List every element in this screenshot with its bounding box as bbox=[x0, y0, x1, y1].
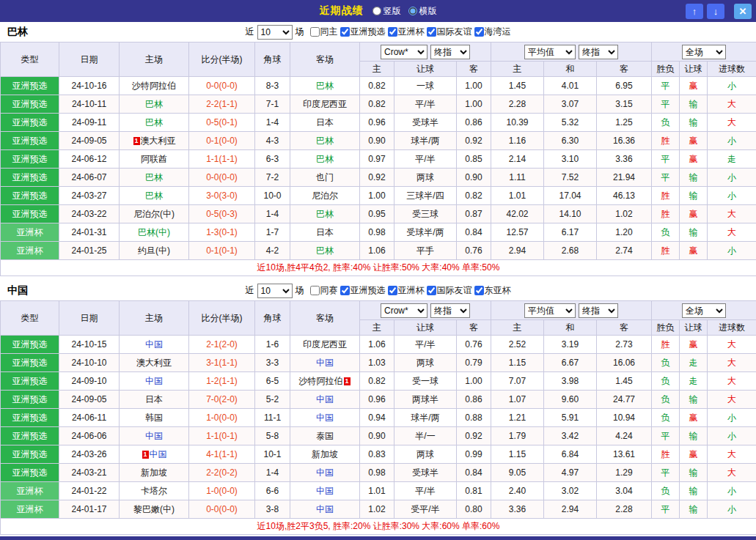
away-team-cell: 巴林 bbox=[290, 132, 360, 150]
avg-draw-odds-cell: 17.04 bbox=[544, 187, 597, 205]
avg-draw-odds-cell: 3.02 bbox=[544, 482, 597, 500]
move-up-button[interactable]: ↑ bbox=[686, 4, 703, 19]
goals-cell: 大 bbox=[708, 391, 756, 409]
team-label: 新加坡 bbox=[141, 467, 167, 478]
away-team-cell: 中国 bbox=[290, 500, 360, 519]
handicap-away-odds-cell: 1.00 bbox=[457, 372, 491, 391]
filter-checkbox[interactable]: 同赛 bbox=[310, 284, 338, 297]
layout-option-vertical[interactable]: 竖版 bbox=[373, 5, 401, 18]
avg-home-odds-cell: 2.40 bbox=[491, 482, 544, 500]
checkbox-国际友谊[interactable] bbox=[427, 27, 436, 37]
avg-away-odds-cell: 10.94 bbox=[597, 409, 652, 427]
score-cell: 0-5(0-3) bbox=[189, 205, 255, 223]
handicap-line-cell: 球半/两 bbox=[394, 132, 457, 150]
recent-count-select[interactable]: 10 bbox=[257, 284, 293, 298]
handicap-away-odds-cell: 0.76 bbox=[457, 336, 491, 354]
filter-checkbox[interactable]: 亚洲杯 bbox=[388, 284, 425, 297]
section-header: 中国 近 10 场 同赛亚洲预选亚洲杯国际友谊东亚杯 bbox=[0, 281, 756, 300]
move-down-button[interactable]: ↓ bbox=[707, 4, 724, 19]
team-label: 中国 bbox=[316, 394, 334, 404]
team-label: 沙特阿拉伯 bbox=[299, 376, 343, 386]
team-label: 中国 bbox=[316, 358, 334, 368]
avg-home-odds-cell: 1.11 bbox=[491, 169, 544, 187]
avg-home-odds-cell: 42.02 bbox=[491, 205, 544, 223]
avg-home-odds-cell: 9.05 bbox=[491, 464, 544, 482]
result-cell: 平 bbox=[652, 77, 680, 95]
home-team-cell: 1中国 bbox=[120, 445, 189, 464]
avg-source-select[interactable]: 平均值 bbox=[524, 45, 576, 59]
red-card-badge: 1 bbox=[344, 377, 351, 385]
checkbox-东亚杯[interactable] bbox=[474, 286, 484, 295]
subcol-avg-home: 主 bbox=[491, 320, 544, 336]
date-cell: 24-06-07 bbox=[59, 169, 120, 187]
odds-source-select[interactable]: Crow* bbox=[381, 303, 427, 318]
checkbox-亚洲预选[interactable] bbox=[340, 286, 350, 295]
corner-cell: 3-3 bbox=[255, 354, 290, 372]
avg-home-odds-cell: 1.21 bbox=[491, 409, 544, 427]
window-controls: ↑ ↓ ✕ bbox=[686, 4, 752, 19]
avg-home-odds-cell: 3.36 bbox=[491, 500, 544, 519]
filter-checkbox[interactable]: 亚洲预选 bbox=[340, 284, 386, 297]
team-label: 巴林 bbox=[145, 172, 163, 182]
handicap-result-cell: 输 bbox=[680, 114, 708, 132]
handicap-home-odds-cell: 1.01 bbox=[360, 482, 394, 500]
match-row: 亚洲预选24-10-11巴林2-2(1-1)7-1印度尼西亚0.82平/半1.0… bbox=[1, 95, 756, 114]
checkbox-亚洲杯[interactable] bbox=[388, 27, 397, 37]
goals-cell: 大 bbox=[708, 336, 756, 354]
layout-option-horizontal[interactable]: 横版 bbox=[408, 5, 437, 18]
handicap-away-odds-cell: 1.00 bbox=[457, 95, 491, 114]
handicap-result-cell: 走 bbox=[680, 372, 708, 391]
avg-time-select[interactable]: 终指 bbox=[579, 45, 618, 59]
checkbox-同主[interactable] bbox=[310, 27, 320, 37]
europe-odds-header: 平均值 终指 bbox=[491, 42, 652, 62]
down-arrow-icon: ↓ bbox=[713, 7, 719, 16]
result-cell: 平 bbox=[652, 169, 680, 187]
filter-checkbox[interactable]: 东亚杯 bbox=[474, 284, 511, 297]
odds-source-select[interactable]: Crow* bbox=[381, 45, 427, 59]
avg-source-select[interactable]: 平均值 bbox=[524, 303, 576, 318]
checkbox-国际友谊[interactable] bbox=[427, 286, 436, 295]
subcol-avg-away: 客 bbox=[597, 320, 652, 336]
filter-checkbox[interactable]: 同主 bbox=[310, 26, 338, 38]
avg-home-odds-cell: 1.15 bbox=[491, 354, 544, 372]
vertical-radio[interactable] bbox=[373, 7, 381, 15]
section-header: 巴林 近 10 场 同主亚洲预选亚洲杯国际友谊海湾运 bbox=[0, 22, 756, 42]
checkbox-海湾运[interactable] bbox=[474, 27, 484, 37]
recent-count-select[interactable]: 10 bbox=[257, 25, 293, 40]
checkbox-label: 亚洲杯 bbox=[398, 26, 425, 38]
close-button[interactable]: ✕ bbox=[734, 4, 752, 19]
odds-time-select[interactable]: 终指 bbox=[430, 303, 470, 318]
filter-checkbox[interactable]: 国际友谊 bbox=[427, 284, 472, 297]
avg-draw-odds-cell: 5.32 bbox=[544, 114, 597, 132]
date-cell: 24-01-17 bbox=[59, 500, 120, 519]
horizontal-radio[interactable] bbox=[408, 7, 417, 15]
handicap-line-cell: 受三球 bbox=[394, 205, 457, 223]
checkbox-同赛[interactable] bbox=[310, 286, 320, 295]
filter-checkbox[interactable]: 亚洲预选 bbox=[340, 26, 386, 38]
checkbox-亚洲预选[interactable] bbox=[340, 27, 350, 37]
odds-time-select[interactable]: 终指 bbox=[430, 45, 470, 59]
team-label: 日本 bbox=[316, 117, 334, 127]
scope-select[interactable]: 全场 bbox=[682, 303, 726, 318]
score-cell: 2-2(1-1) bbox=[189, 95, 255, 114]
scope-header: 全场 bbox=[652, 301, 756, 320]
away-team-cell: 日本 bbox=[290, 114, 360, 132]
col-date: 日期 bbox=[59, 301, 120, 336]
filter-checkbox[interactable]: 国际友谊 bbox=[427, 26, 472, 38]
avg-away-odds-cell: 2.74 bbox=[597, 242, 652, 260]
filter-checkbox[interactable]: 海湾运 bbox=[474, 26, 511, 38]
team-label: 尼泊尔(中) bbox=[133, 209, 175, 219]
avg-time-select[interactable]: 终指 bbox=[579, 303, 618, 318]
checkbox-亚洲杯[interactable] bbox=[388, 286, 397, 295]
away-team-cell: 中国 bbox=[290, 391, 360, 409]
filter-checkbox[interactable]: 亚洲杯 bbox=[388, 26, 425, 38]
team-label: 中国 bbox=[145, 339, 163, 349]
result-cell: 平 bbox=[652, 150, 680, 169]
away-team-cell: 中国 bbox=[290, 354, 360, 372]
handicap-line-cell: 平/半 bbox=[394, 150, 457, 169]
match-row: 亚洲预选24-09-11巴林0-5(0-1)1-4日本0.96受球半0.8610… bbox=[1, 114, 756, 132]
handicap-home-odds-cell: 0.98 bbox=[360, 464, 394, 482]
match-row: 亚洲预选24-06-11韩国1-0(0-0)11-1中国0.94球半/两0.88… bbox=[1, 409, 756, 427]
scope-select[interactable]: 全场 bbox=[682, 45, 726, 59]
match-row: 亚洲预选24-03-22尼泊尔(中)0-5(0-3)1-4巴林0.95受三球0.… bbox=[1, 205, 756, 223]
